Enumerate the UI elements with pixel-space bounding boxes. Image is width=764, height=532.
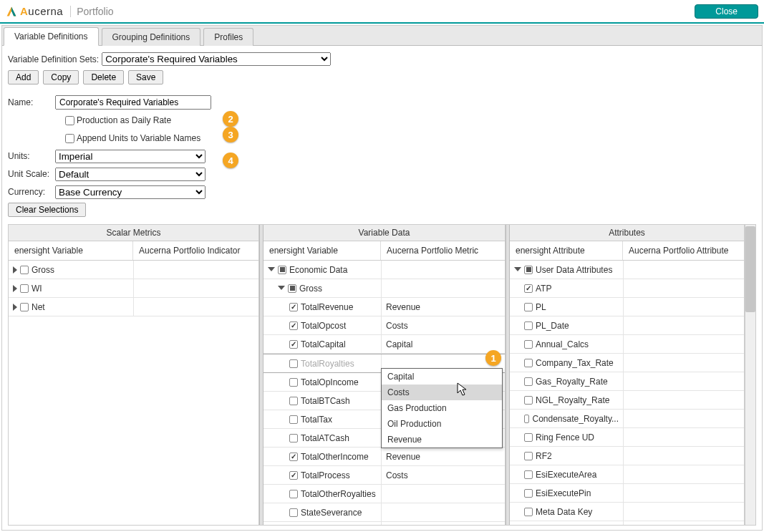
dropdown-option[interactable]: Oil Production (382, 416, 502, 432)
scalar-col2[interactable]: Aucerna Portfolio Indicator (133, 241, 258, 260)
dropdown-option[interactable]: Gas Production (382, 400, 502, 416)
attr-row[interactable]: PL_Date (510, 316, 744, 335)
tab-variable-definitions[interactable]: Variable Definitions (4, 27, 99, 46)
checkbox[interactable] (524, 396, 533, 405)
save-button[interactable]: Save (128, 70, 163, 84)
checkbox[interactable] (524, 452, 533, 460)
checkbox[interactable] (289, 303, 298, 311)
tab-grouping-definitions[interactable]: Grouping Definitions (102, 28, 201, 46)
checkbox[interactable] (289, 340, 298, 349)
dropdown-option[interactable]: Revenue (382, 432, 502, 448)
attr-row[interactable]: Ring Fence UD (510, 428, 744, 447)
append-units-checkbox[interactable] (65, 134, 74, 143)
vdata-row[interactable]: TotalOtherIncomeRevenue (263, 448, 505, 466)
checkbox[interactable] (524, 321, 533, 330)
checkbox[interactable] (278, 266, 286, 274)
checkbox[interactable] (524, 266, 533, 274)
daily-rate-checkbox[interactable] (65, 116, 74, 125)
checkbox[interactable] (20, 284, 29, 293)
name-input[interactable] (55, 95, 211, 110)
attr-row[interactable]: EsiExecutePin (510, 484, 744, 503)
attr-row[interactable]: PL (510, 298, 744, 316)
checkbox[interactable] (524, 470, 533, 479)
vdata-col2[interactable]: Aucerna Portfolio Metric (381, 241, 505, 260)
checkbox[interactable] (524, 340, 533, 349)
vdata-row[interactable]: StateSeverance (263, 503, 505, 522)
attr-row[interactable]: NGL_Royalty_Rate (510, 391, 744, 410)
checkbox[interactable] (524, 377, 533, 386)
checkbox[interactable] (289, 471, 298, 480)
vdata-row[interactable]: TotalOpcostCosts (263, 316, 505, 335)
scale-select[interactable]: Default (55, 168, 205, 181)
metric-dropdown[interactable]: CapitalCostsGas ProductionOil Production… (381, 368, 503, 448)
scalar-row[interactable]: WI (9, 279, 258, 298)
expand-icon[interactable] (268, 267, 275, 271)
metric-cell[interactable]: Costs (381, 466, 505, 484)
checkbox[interactable] (524, 433, 533, 442)
metric-cell[interactable] (381, 503, 505, 521)
checkbox[interactable] (20, 266, 29, 274)
attrs-col1[interactable]: enersight Attribute (510, 241, 623, 260)
scalar-row[interactable]: Net (9, 298, 258, 316)
metric-cell[interactable]: Revenue (381, 298, 505, 316)
attr-row[interactable]: RF2 (510, 447, 744, 465)
checkbox[interactable] (524, 415, 529, 423)
vdata-row[interactable]: TotalCapitalCapital (263, 335, 505, 354)
attr-row[interactable]: Condensate_Royalty... (510, 410, 744, 428)
clear-selections-button[interactable]: Clear Selections (8, 203, 86, 217)
checkbox[interactable] (289, 397, 298, 405)
scalar-row[interactable]: Gross (9, 261, 258, 279)
attr-row[interactable]: EsiExecuteArea (510, 465, 744, 484)
attr-row[interactable]: ATP (510, 279, 744, 298)
scalar-col1[interactable]: enersight Variable (9, 241, 133, 260)
tab-profiles[interactable]: Profiles (203, 28, 253, 46)
dropdown-option[interactable]: Costs (382, 385, 502, 400)
scroll-thumb[interactable] (745, 226, 755, 312)
vdata-row[interactable]: TotalProcessCosts (263, 466, 505, 485)
attr-row[interactable]: Test_UD (510, 521, 744, 525)
attr-row[interactable]: Annual_Calcs (510, 335, 744, 354)
sets-select[interactable]: Corporate's Required Variables (102, 52, 331, 66)
checkbox[interactable] (289, 490, 298, 498)
metric-cell[interactable]: Revenue (381, 448, 505, 465)
vdata-row[interactable]: TotalOtherRoyalties (263, 485, 505, 503)
vdata-row[interactable]: TotalRevenueRevenue (263, 298, 505, 316)
dropdown-option[interactable]: Capital (382, 369, 502, 385)
copy-button[interactable]: Copy (43, 70, 79, 84)
checkbox[interactable] (289, 434, 298, 442)
add-button[interactable]: Add (8, 70, 39, 84)
checkbox[interactable] (524, 489, 533, 498)
metric-cell[interactable] (381, 485, 505, 503)
vdata-row[interactable]: StateAdvalorum (263, 522, 505, 525)
vdata-col1[interactable]: enersight Variable (263, 241, 381, 260)
checkbox[interactable] (289, 359, 298, 368)
checkbox[interactable] (289, 321, 298, 330)
close-button[interactable]: Close (695, 4, 758, 19)
attr-row[interactable]: Meta Data Key (510, 503, 744, 521)
checkbox[interactable] (289, 508, 298, 517)
expand-icon[interactable] (514, 267, 521, 271)
attr-row[interactable]: Company_Tax_Rate (510, 354, 744, 372)
checkbox[interactable] (289, 415, 298, 424)
checkbox[interactable] (289, 378, 298, 387)
expand-icon[interactable] (278, 286, 285, 290)
metric-cell[interactable]: Costs (381, 316, 505, 334)
outer-scrollbar[interactable] (745, 225, 755, 525)
attr-row[interactable]: Gas_Royalty_Rate (510, 372, 744, 391)
checkbox[interactable] (20, 303, 29, 311)
checkbox[interactable] (288, 284, 296, 293)
delete-button[interactable]: Delete (83, 70, 124, 84)
checkbox[interactable] (524, 284, 533, 293)
currency-select[interactable]: Base Currency (55, 185, 205, 199)
units-select[interactable]: Imperial (55, 150, 205, 163)
expand-icon[interactable] (13, 304, 17, 311)
checkbox[interactable] (289, 453, 298, 461)
metric-cell[interactable]: Capital (381, 335, 505, 353)
checkbox[interactable] (524, 303, 533, 311)
expand-icon[interactable] (13, 266, 17, 274)
attrs-col2[interactable]: Aucerna Portfolio Attribute (623, 241, 744, 260)
checkbox[interactable] (524, 359, 533, 367)
metric-cell[interactable] (381, 522, 505, 525)
expand-icon[interactable] (13, 285, 17, 292)
checkbox[interactable] (524, 508, 533, 516)
